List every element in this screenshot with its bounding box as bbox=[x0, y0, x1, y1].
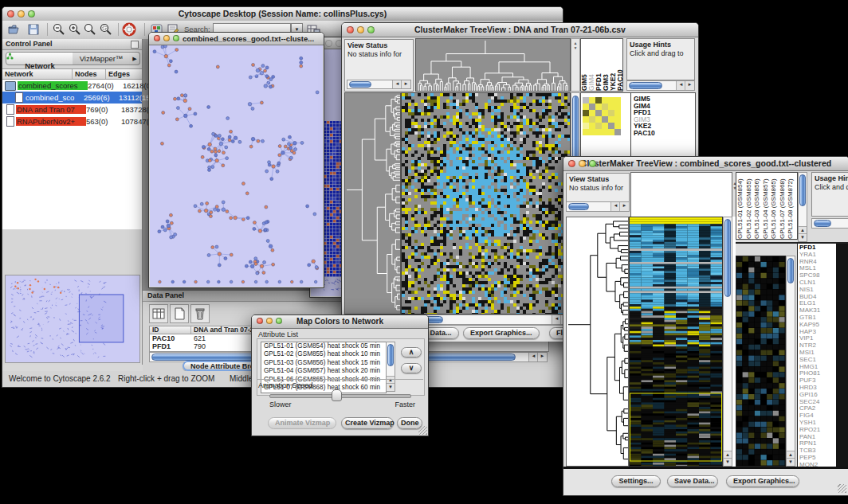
control-panel-tabs: Network VizMapper™ ▶ bbox=[2, 50, 142, 68]
column-dendrogram[interactable] bbox=[415, 38, 571, 92]
desktop: Cytoscape Desktop (Session Name: collins… bbox=[0, 0, 848, 504]
map-colors-dialog: Map Colors to Network Attribute List GPL… bbox=[251, 315, 429, 436]
global-heatmap[interactable] bbox=[401, 92, 571, 315]
tab-network[interactable]: Network bbox=[6, 52, 74, 65]
move-down-button[interactable]: ∨ bbox=[401, 363, 422, 373]
usage-hints-scrollbar[interactable]: ◄ ► bbox=[626, 80, 695, 91]
network-overview-panel[interactable] bbox=[5, 275, 140, 363]
zoom-window-button[interactable] bbox=[276, 318, 282, 324]
move-up-button[interactable]: ∧ bbox=[401, 347, 422, 357]
status-welcome: Welcome to Cytoscape 2.6.2 bbox=[9, 374, 111, 383]
animate-vizmap-button[interactable]: Animate Vizmap bbox=[268, 417, 336, 429]
network-nodes-count: 563(0) bbox=[86, 117, 121, 126]
save-session-button[interactable] bbox=[26, 22, 41, 37]
attribute-list-item[interactable]: GPL51-04 (GSM857) heat shock 20 min bbox=[261, 367, 386, 375]
zoom-heatmap[interactable] bbox=[736, 256, 786, 467]
network-row[interactable]: combined_sco 2569(6) 13112(15) bbox=[2, 92, 142, 104]
zoom-window-button[interactable] bbox=[28, 10, 35, 18]
resize-grip[interactable] bbox=[418, 426, 427, 435]
usage-hints-scrollbar[interactable] bbox=[811, 218, 848, 229]
tab-overflow-arrow[interactable]: ▶ bbox=[130, 52, 140, 65]
dendro-mini-scroll[interactable]: ▲▼ bbox=[571, 38, 580, 92]
scroll-right-icon[interactable]: ► bbox=[685, 81, 694, 90]
network-row[interactable]: RNAPuberNov2+ 563(0) 107847(0) bbox=[2, 115, 142, 127]
column-label: PAC10 bbox=[617, 39, 624, 91]
col-edges[interactable]: Edges bbox=[106, 69, 142, 79]
scroll-down-icon[interactable]: ▼ bbox=[799, 233, 807, 241]
view-status-title: View Status bbox=[569, 175, 609, 183]
zoom-fit-icon[interactable] bbox=[83, 22, 97, 37]
minimize-button[interactable] bbox=[325, 40, 332, 47]
main-title-bar[interactable]: Cytoscape Desktop (Session Name: collins… bbox=[2, 7, 563, 21]
zoom-window-button[interactable] bbox=[173, 35, 179, 41]
export-graphics-button[interactable]: Export Graphics... bbox=[726, 475, 799, 487]
close-button[interactable] bbox=[568, 160, 575, 167]
network-name: DNA and Tran 07 bbox=[16, 105, 86, 114]
attr-col-id[interactable]: ID bbox=[150, 326, 191, 334]
col-nodes[interactable]: Nodes bbox=[73, 69, 106, 79]
settings-button[interactable]: Settings... bbox=[611, 475, 661, 487]
treeview2-title-bar[interactable]: ClusterMaker TreeView : combined_scores_… bbox=[563, 157, 848, 171]
scroll-right-icon[interactable]: ► bbox=[401, 80, 410, 88]
minimize-button[interactable] bbox=[163, 35, 170, 41]
attribute-list-item[interactable]: GPL51-03 (GSM856) heat shock 15 min bbox=[261, 359, 386, 367]
tab-vizmapper[interactable]: VizMapper™ bbox=[73, 52, 131, 65]
attribute-list-item[interactable]: GPL51-01 (GSM854) heat shock 05 min bbox=[261, 342, 386, 350]
speed-slider-thumb[interactable] bbox=[332, 389, 342, 401]
row-dendrogram[interactable] bbox=[344, 92, 401, 315]
view-status-scrollbar[interactable]: ◄ ► bbox=[566, 201, 630, 212]
network-row[interactable]: combined_scores 2764(0) 16218(0) bbox=[2, 80, 142, 92]
window-controls bbox=[568, 160, 596, 167]
delete-attribute-trash-icon[interactable] bbox=[190, 304, 210, 323]
new-attribute-icon[interactable] bbox=[170, 304, 189, 323]
scroll-right-icon[interactable]: ► bbox=[619, 202, 629, 211]
close-button[interactable] bbox=[7, 10, 14, 18]
float-panel-icon[interactable] bbox=[131, 41, 139, 49]
view-status-scrollbar[interactable]: ◄ ► bbox=[347, 80, 411, 89]
zoom-heatmap[interactable] bbox=[583, 97, 621, 135]
column-labels-scrollbar[interactable]: ▲ ▼ bbox=[798, 172, 807, 242]
heatmap-vscrollbar[interactable]: ▲ ▼ bbox=[723, 217, 732, 467]
attribute-select-icon[interactable] bbox=[149, 304, 168, 323]
minimize-button[interactable] bbox=[579, 160, 586, 167]
attribute-list-item[interactable]: GPL51-02 (GSM855) heat shock 10 min bbox=[261, 350, 386, 358]
scroll-down-icon[interactable]: ▼ bbox=[724, 458, 732, 466]
global-heatmap[interactable] bbox=[629, 217, 723, 467]
resize-grip[interactable] bbox=[838, 484, 846, 493]
column-dendrogram-area[interactable] bbox=[630, 172, 732, 217]
usage-hints-text: Click and drag to bbox=[815, 183, 848, 191]
zoom-in-icon[interactable] bbox=[68, 22, 82, 37]
close-button[interactable] bbox=[257, 318, 263, 324]
network-row[interactable]: DNA and Tran 07 769(0) 183728(0) bbox=[2, 104, 142, 115]
usage-hints-text: Click and drag to bbox=[630, 49, 684, 57]
export-graphics-button[interactable]: Export Graphics... bbox=[463, 327, 540, 339]
minimize-button[interactable] bbox=[357, 26, 364, 33]
network-nodes-count: 2569(6) bbox=[84, 93, 119, 102]
network1-canvas[interactable] bbox=[150, 45, 323, 287]
zoom-window-button[interactable] bbox=[589, 160, 596, 167]
open-session-button[interactable] bbox=[7, 22, 22, 37]
help-lifesaver-icon[interactable] bbox=[122, 22, 136, 37]
scroll-down-icon[interactable]: ▼ bbox=[387, 383, 395, 391]
attr-id: PAC10 bbox=[150, 334, 191, 342]
scroll-down-icon[interactable]: ▼ bbox=[787, 458, 795, 466]
dialog-title-bar[interactable]: Map Colors to Network bbox=[252, 315, 428, 329]
faster-label: Faster bbox=[395, 400, 415, 408]
scroll-right-icon[interactable]: ► bbox=[537, 353, 547, 361]
zoom-vscrollbar[interactable]: ▲ ▼ bbox=[786, 256, 795, 467]
create-vizmap-button[interactable]: Create Vizmap bbox=[341, 417, 394, 429]
zoom-window-button[interactable] bbox=[367, 26, 375, 33]
close-button[interactable] bbox=[347, 26, 354, 33]
network1-title-bar[interactable]: combined_scores_good.txt--cluste... bbox=[149, 33, 324, 45]
column-label: GPL51-08 (GSM872) bbox=[787, 173, 795, 239]
zoom-out-icon[interactable] bbox=[52, 22, 66, 37]
close-button[interactable] bbox=[154, 35, 160, 41]
zoom-selected-icon[interactable] bbox=[99, 22, 113, 37]
save-data-button[interactable]: Save Data... bbox=[667, 475, 718, 487]
treeview1-title-bar[interactable]: ClusterMaker TreeView : DNA and Tran 07-… bbox=[342, 23, 698, 37]
row-dendrogram[interactable] bbox=[566, 217, 629, 467]
minimize-button[interactable] bbox=[266, 318, 273, 324]
usage-hints-panel: Usage Hints Click and drag to bbox=[626, 38, 695, 80]
minimize-button[interactable] bbox=[18, 10, 25, 18]
attribute-list-scrollbar[interactable]: ▲ ▼ bbox=[386, 342, 395, 392]
